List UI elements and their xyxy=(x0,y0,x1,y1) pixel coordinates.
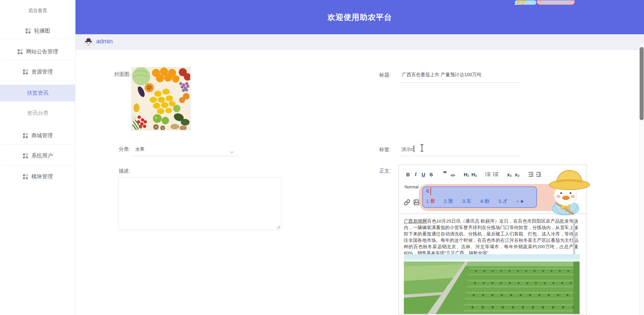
cover-image-upload[interactable] xyxy=(131,67,191,130)
ime-candidate-3[interactable]: 3.车 xyxy=(462,198,472,205)
link-button[interactable] xyxy=(404,199,410,207)
grid-icon xyxy=(23,69,28,75)
sidebar-item-label: 轮播图 xyxy=(34,28,50,35)
strikethrough-button[interactable]: S xyxy=(427,170,435,178)
format-dropdown-value: Normal xyxy=(405,184,419,189)
italic-button[interactable]: I xyxy=(412,170,420,178)
blockquote-button[interactable]: ❞ xyxy=(441,170,449,178)
outdent-button[interactable] xyxy=(527,170,535,178)
sidebar-item-home[interactable]: 后台首页 xyxy=(0,5,75,17)
sidebar-item-label: 扶贫资讯 xyxy=(27,90,49,97)
title-label: 标题: xyxy=(359,72,391,78)
avatar[interactable] xyxy=(84,37,93,47)
sidebar-item-announcements[interactable]: 网站公告管理 xyxy=(0,46,75,58)
ime-candidate-5[interactable]: 5.才 xyxy=(498,198,508,205)
sidebar-divider xyxy=(3,165,73,166)
sidebar-divider xyxy=(3,60,73,60)
sidebar-item-label: 模块管理 xyxy=(32,173,53,180)
editor-body-text[interactable]: 广西新闻网百色10月25日讯（通讯员 欧丽萍）近日，在百色市田阳区农产品批发市场… xyxy=(404,218,578,256)
sidebar-item-poverty-news[interactable]: 扶贫资讯 xyxy=(0,85,75,101)
description-textarea[interactable] xyxy=(118,177,281,230)
ime-candidate-box xyxy=(422,186,537,208)
username[interactable]: admin xyxy=(96,38,113,45)
description-label: 描述: xyxy=(98,168,130,174)
header-2-button[interactable]: H2 xyxy=(470,170,478,178)
farm-field-image xyxy=(404,254,580,314)
body-link-text: 广西新闻网 xyxy=(404,219,427,224)
sidebar: 后台首页 轮播图 网站公告管理 资源管理 扶贫资讯 资讯分类 xyxy=(0,0,75,315)
sidebar-item-label: 资源管理 xyxy=(32,69,53,76)
sidebar-item-news-category[interactable]: 资讯分类 xyxy=(0,107,75,120)
grid-icon xyxy=(25,28,31,34)
page-header: 欢迎使用助农平台 xyxy=(75,0,644,34)
category-select[interactable]: 水果 xyxy=(135,146,145,152)
editor-toolbar: B I U S ❞ </> H1 H2 x2 x2 xyxy=(404,170,542,178)
title-input-underline xyxy=(399,82,521,83)
sidebar-item-label: 网站公告管理 xyxy=(26,48,58,55)
sidebar-item-mall[interactable]: 商城管理 xyxy=(0,130,75,142)
tag-input[interactable]: 演示c xyxy=(401,146,413,152)
header-1-button[interactable]: H1 xyxy=(463,170,470,178)
ime-candidate-2[interactable]: 2.测 xyxy=(444,198,453,205)
sidebar-item-label: 系统用户 xyxy=(32,152,53,160)
text-caret xyxy=(414,145,414,152)
editor-toolbar-media xyxy=(404,199,420,207)
sidebar-divider xyxy=(3,144,73,145)
ime-candidate-4[interactable]: 4.称 xyxy=(480,198,490,205)
chevron-down-icon[interactable] xyxy=(229,149,234,155)
grid-icon xyxy=(17,49,23,54)
sidebar-item-resources[interactable]: 资源管理 xyxy=(0,66,75,78)
grid-icon xyxy=(23,174,28,179)
sidebar-item-carousel[interactable]: 轮播图 xyxy=(0,25,75,37)
sidebar-item-label: 后台首页 xyxy=(29,8,47,14)
cover-label: 封面图: xyxy=(99,71,131,78)
subscript-button[interactable]: x2 xyxy=(505,170,513,178)
content-label: 正文: xyxy=(359,168,391,174)
sidebar-divider xyxy=(3,80,73,81)
ordered-list-button[interactable] xyxy=(484,170,492,178)
sidebar-item-label: 商城管理 xyxy=(32,132,53,139)
admin-page: 后台首页 轮播图 网站公告管理 资源管理 扶贫资讯 资讯分类 xyxy=(0,0,644,315)
page-scrollbar-thumb[interactable] xyxy=(640,47,644,120)
title-input[interactable]: 广西百色番茄上市 产量预计达100万吨 xyxy=(402,72,481,78)
superscript-button[interactable]: x2 xyxy=(513,170,521,178)
duck-mascot xyxy=(541,167,590,215)
floating-mascot-fragment xyxy=(515,0,575,4)
body-text: 百色10月25日讯（通讯员 欧丽萍）近日，在百色市田阳区农产品批发市场内，一辆辆… xyxy=(404,219,578,256)
grid-icon xyxy=(23,133,28,138)
ime-candidate-1[interactable]: 1.餐 xyxy=(426,198,435,205)
sidebar-item-label: 资讯分类 xyxy=(27,110,49,117)
underline-button[interactable]: U xyxy=(420,170,427,178)
ime-page-next-icon[interactable]: ▶ xyxy=(521,199,524,204)
tag-label: 标签: xyxy=(359,146,391,153)
sidebar-divider xyxy=(3,39,73,39)
ime-composition: c xyxy=(426,187,429,194)
ime-page-prev-icon[interactable]: ◀ xyxy=(516,199,519,204)
code-block-button[interactable]: </> xyxy=(449,170,457,178)
resize-handle-icon xyxy=(277,225,280,229)
category-label: 分类: xyxy=(98,146,130,152)
cover-image xyxy=(132,68,190,130)
mouse-ibeam-cursor xyxy=(420,144,424,153)
sidebar-item-system-users[interactable]: 系统用户 xyxy=(0,150,75,162)
tag-input-underline xyxy=(399,156,521,156)
bullet-list-button[interactable] xyxy=(492,170,499,178)
grid-icon xyxy=(23,153,28,159)
category-select-underline xyxy=(132,156,238,156)
page-title: 欢迎使用助农平台 xyxy=(328,12,392,22)
user-bar: admin xyxy=(75,34,644,50)
ime-caret xyxy=(430,188,431,195)
bold-button[interactable]: B xyxy=(404,170,412,178)
sidebar-item-modules[interactable]: 模块管理 xyxy=(0,171,75,183)
